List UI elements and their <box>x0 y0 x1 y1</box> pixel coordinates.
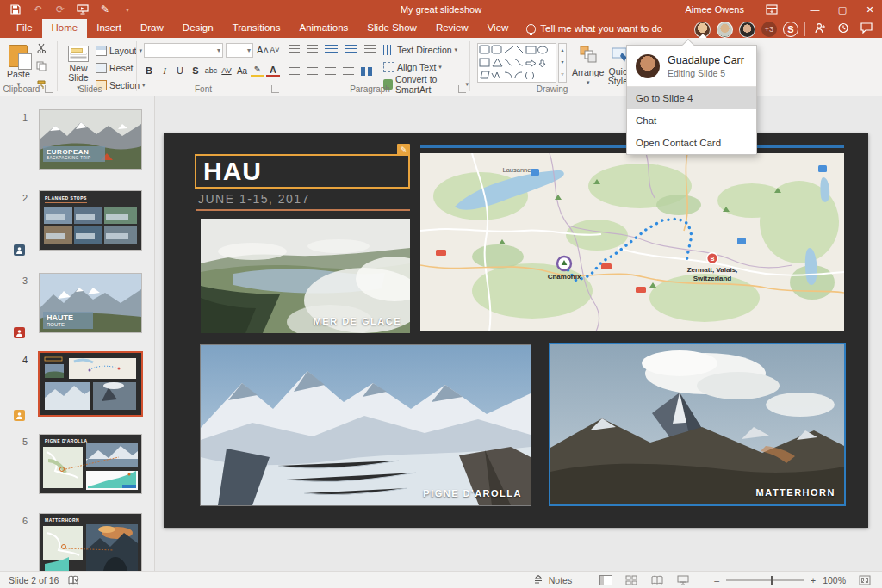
justify-icon[interactable] <box>343 67 354 76</box>
collaborator-avatar-3[interactable] <box>739 22 755 38</box>
signed-in-user[interactable]: Aimee Owens <box>686 4 744 15</box>
map-label-zermatt-1: Zermatt, Valais, <box>687 266 738 274</box>
bullets-icon[interactable] <box>289 45 300 53</box>
map-label-zermatt-2: Switzerland <box>693 275 732 282</box>
zoom-out-button[interactable]: – <box>714 575 719 585</box>
map-marker-b-label: B <box>711 256 715 262</box>
map-label-chamonix: Chamonix <box>548 273 581 281</box>
reading-view-icon[interactable] <box>650 574 664 585</box>
more-collaborators-badge[interactable]: +3 <box>761 22 777 37</box>
tab-draw[interactable]: Draw <box>131 19 173 38</box>
comments-icon[interactable] <box>858 22 875 36</box>
route-map-image[interactable]: B Chamonix Zermatt, Valais, Switzerland … <box>420 153 844 331</box>
italic-button[interactable]: I <box>158 64 171 77</box>
font-dialog-launcher[interactable] <box>271 85 279 93</box>
shape-gallery-scrollbar[interactable]: ▴▾▿ <box>558 43 567 83</box>
maximize-button[interactable]: ▢ <box>830 0 854 19</box>
thumbnail-slide-3[interactable]: 3 HAUTE ROUTE <box>0 274 155 340</box>
close-button[interactable]: ✕ <box>858 0 882 19</box>
highlight-button[interactable]: ✎ <box>251 64 264 77</box>
cut-icon[interactable] <box>36 43 47 56</box>
shape-gallery[interactable] <box>477 43 556 83</box>
menu-item-go-to-slide[interactable]: Go to Slide 4 <box>627 87 756 109</box>
slide-title-textbox[interactable]: HAU ✎ <box>195 154 410 189</box>
thumbnail-slide-5[interactable]: 5 PIGNE D'AROLLA <box>0 435 155 501</box>
group-slides: New Slide▾ Layout▾ Reset Section▾ Slides <box>58 38 135 96</box>
align-center-icon[interactable] <box>307 67 318 76</box>
menu-item-open-contact-card[interactable]: Open Contact Card <box>627 132 756 154</box>
minimize-button[interactable]: — <box>803 0 827 19</box>
tab-review[interactable]: Review <box>426 19 478 38</box>
shrink-font-button[interactable]: A˅ <box>268 43 282 57</box>
zoom-in-button[interactable]: + <box>811 575 816 585</box>
text-direction-button[interactable]: Text Direction▾ <box>383 43 469 57</box>
tab-file[interactable]: File <box>7 19 42 38</box>
redo-icon[interactable]: ⟳ <box>53 3 67 15</box>
menu-item-chat[interactable]: Chat <box>627 109 756 132</box>
tell-me-box[interactable]: Tell me what you want to do <box>518 23 671 38</box>
tab-transitions[interactable]: Transitions <box>223 19 290 38</box>
save-icon[interactable] <box>9 3 22 15</box>
collaborator-avatar-2[interactable] <box>717 22 733 38</box>
lightbulb-icon <box>526 24 536 34</box>
char-spacing-button[interactable]: AV <box>220 64 233 77</box>
font-color-button[interactable]: A <box>266 64 280 77</box>
group-label-slides: Slides <box>58 84 123 94</box>
pen-input-icon[interactable]: ✎ <box>98 3 112 15</box>
numbering-icon[interactable] <box>307 45 318 53</box>
tab-home[interactable]: Home <box>42 19 88 38</box>
share-icon[interactable] <box>811 22 829 36</box>
photo-matterhorn[interactable]: MATTERHORN <box>549 343 846 506</box>
align-text-button[interactable]: Align Text▾ <box>383 60 469 74</box>
decrease-indent-icon[interactable] <box>325 45 338 53</box>
zoom-slider-thumb[interactable] <box>771 576 773 585</box>
font-name-combo[interactable]: ▾ <box>144 43 223 58</box>
start-slideshow-icon[interactable] <box>76 3 90 15</box>
paragraph-dialog-launcher[interactable] <box>458 85 466 93</box>
clipboard-dialog-launcher[interactable] <box>45 85 53 93</box>
underline-button[interactable]: U <box>173 64 187 77</box>
change-case-button[interactable]: Aa <box>235 64 249 77</box>
font-size-combo[interactable]: ▾ <box>226 43 253 58</box>
paste-button[interactable]: Paste▾ <box>7 41 30 88</box>
normal-view-icon[interactable] <box>599 575 612 585</box>
history-icon[interactable] <box>835 22 852 36</box>
collaborator-avatar-guadalupe[interactable] <box>694 22 711 38</box>
thumbnail-slide-2[interactable]: 2 PLANNED STOPS <box>0 191 155 257</box>
caption-mer-de-glace: MER DE GLACE <box>314 316 401 326</box>
undo-icon[interactable]: ↶ <box>31 3 45 15</box>
tab-insert[interactable]: Insert <box>87 19 131 38</box>
copy-icon[interactable] <box>36 61 47 74</box>
thumbnail-slide-6[interactable]: 6 MATTERHORN <box>0 514 155 571</box>
tab-slideshow[interactable]: Slide Show <box>357 19 426 38</box>
notes-button[interactable]: Notes <box>531 574 572 585</box>
arrange-button[interactable]: Arrange▾ <box>572 41 604 86</box>
fit-to-window-icon[interactable] <box>858 574 872 585</box>
tab-animations[interactable]: Animations <box>289 19 357 38</box>
align-left-icon[interactable] <box>289 67 300 76</box>
thumbnail-slide-4-selected[interactable]: 4 <box>0 353 155 422</box>
current-slide[interactable]: HAU ✎ JUNE 1-15, 2017 MER DE GLACE <box>164 133 868 528</box>
zoom-slider[interactable] <box>726 579 804 581</box>
increase-indent-icon[interactable] <box>345 45 357 53</box>
line-spacing-icon[interactable] <box>364 45 376 53</box>
slide-sorter-icon[interactable] <box>624 574 638 585</box>
caption-pigne-d-arolla: PIGNE D'AROLLA <box>423 488 522 498</box>
ribbon-display-options-icon[interactable] <box>760 0 784 19</box>
bold-button[interactable]: B <box>142 64 156 77</box>
qat-customize-icon[interactable]: ▾ <box>121 3 134 15</box>
tab-view[interactable]: View <box>478 19 519 38</box>
shadow-button[interactable]: abc <box>204 64 218 77</box>
skype-icon[interactable]: S <box>783 22 798 37</box>
tab-design[interactable]: Design <box>173 19 223 38</box>
photo-mer-de-glace[interactable]: MER DE GLACE <box>201 219 410 333</box>
strikethrough-button[interactable]: S <box>189 64 202 77</box>
slide-indicator[interactable]: Slide 2 of 16 <box>9 575 59 585</box>
photo-pigne-d-arolla[interactable]: PIGNE D'AROLLA <box>200 344 531 506</box>
spell-check-icon[interactable] <box>67 574 81 585</box>
align-right-icon[interactable] <box>325 67 336 76</box>
zoom-level[interactable]: 100% <box>823 575 846 585</box>
columns-icon[interactable] <box>361 67 372 76</box>
thumbnail-slide-1[interactable]: 1 EUROPEAN BACKPACKING TRIP <box>0 110 155 176</box>
slideshow-view-icon[interactable] <box>676 574 690 585</box>
